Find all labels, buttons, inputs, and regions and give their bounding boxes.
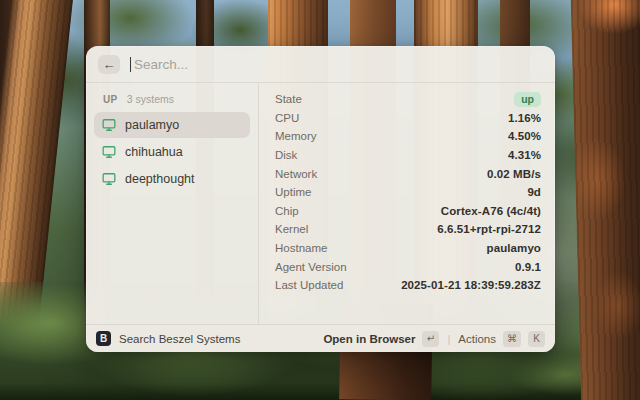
actions-button[interactable]: Actions [458, 333, 496, 345]
detail-label: CPU [275, 112, 299, 124]
status-badge: up [514, 92, 541, 107]
command-key-icon: ⌘ [503, 331, 521, 347]
system-details-panel: State up CPU 1.16% Memory 4.50% Disk 4.3… [259, 83, 555, 324]
footer: B Search Beszel Systems Open in Browser … [86, 324, 555, 352]
detail-value: 1.16% [508, 112, 541, 124]
tree-trunk [570, 0, 640, 400]
footer-divider: | [446, 333, 451, 345]
search-input[interactable] [134, 57, 543, 72]
group-count-label: 3 systems [127, 93, 174, 105]
detail-row-chip: Chip Cortex-A76 (4c/4t) [275, 202, 541, 221]
detail-row-uptime: Uptime 9d [275, 183, 541, 202]
detail-row-cpu: CPU 1.16% [275, 109, 541, 128]
detail-label: Memory [275, 130, 317, 142]
detail-label: Chip [275, 205, 299, 217]
monitor-icon [102, 172, 116, 186]
enter-key-icon: ↵ [422, 331, 439, 347]
systems-list-panel: UP 3 systems paulamyo chihuahua [86, 83, 259, 324]
detail-label: Network [275, 168, 317, 180]
detail-row-last-updated: Last Updated 2025-01-21 18:39:59.283Z [275, 276, 541, 295]
monitor-icon [102, 145, 116, 159]
detail-label: Uptime [275, 186, 311, 198]
detail-value: 9d [527, 186, 541, 198]
text-caret [130, 57, 131, 72]
systems-group-header: UP 3 systems [94, 90, 250, 112]
detail-row-network: Network 0.02 MB/s [275, 164, 541, 183]
detail-row-kernel: Kernel 6.6.51+rpt-rpi-2712 [275, 220, 541, 239]
detail-value: Cortex-A76 (4c/4t) [441, 205, 541, 217]
group-status-label: UP [103, 94, 118, 105]
back-button[interactable]: ← [98, 55, 120, 74]
detail-label: Hostname [275, 242, 327, 254]
detail-label: Last Updated [275, 279, 343, 291]
screen: ← UP 3 systems paulamyo [0, 0, 640, 400]
system-name: chihuahua [125, 145, 183, 159]
launcher-window: ← UP 3 systems paulamyo [86, 46, 555, 352]
detail-value: paulamyo [487, 242, 541, 254]
detail-value: 0.02 MB/s [487, 168, 541, 180]
detail-value: 6.6.51+rpt-rpi-2712 [437, 223, 541, 235]
detail-label: Disk [275, 149, 297, 161]
beszel-logo-icon: B [96, 331, 111, 346]
detail-label: Agent Version [275, 261, 347, 273]
list-item-chihuahua[interactable]: chihuahua [94, 139, 250, 165]
detail-value: 0.9.1 [515, 261, 541, 273]
system-name: paulamyo [125, 118, 179, 132]
detail-value: 2025-01-21 18:39:59.283Z [401, 279, 541, 291]
footer-left: B Search Beszel Systems [96, 331, 323, 346]
detail-row-memory: Memory 4.50% [275, 127, 541, 146]
list-item-paulamyo[interactable]: paulamyo [94, 112, 250, 138]
detail-row-agent-version: Agent Version 0.9.1 [275, 257, 541, 276]
window-body: UP 3 systems paulamyo chihuahua [86, 83, 555, 324]
k-key-icon: K [528, 331, 545, 347]
search-bar: ← [86, 46, 555, 83]
open-in-browser-button[interactable]: Open in Browser [323, 333, 415, 345]
detail-row-state: State up [275, 90, 541, 109]
list-item-deepthought[interactable]: deepthought [94, 166, 250, 192]
detail-value: 4.50% [508, 130, 541, 142]
monitor-icon [102, 118, 116, 132]
detail-row-hostname: Hostname paulamyo [275, 239, 541, 258]
detail-value: 4.31% [508, 149, 541, 161]
detail-row-disk: Disk 4.31% [275, 146, 541, 165]
detail-label: Kernel [275, 223, 308, 235]
detail-label: State [275, 93, 302, 105]
back-arrow-icon: ← [103, 58, 116, 71]
system-name: deepthought [125, 172, 195, 186]
footer-actions: Open in Browser ↵ | Actions ⌘ K [323, 331, 545, 347]
footer-title: Search Beszel Systems [119, 333, 240, 345]
